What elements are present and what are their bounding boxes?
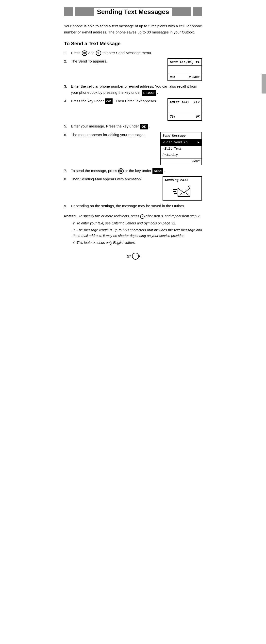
page-num-circle [132,253,139,260]
step-7: 7. To send the message, press ☎ or the k… [64,168,202,174]
note-1-text: 1. To specify two or more recipients, pr… [75,213,202,219]
intro-text: Your phone is able to send a text messag… [64,23,202,36]
section-heading: To Send a Text Message [64,41,202,46]
title-deco-left [64,8,73,16]
page-num-text: 57 [127,254,131,258]
step-8-number: 8. [64,176,71,182]
send-to-screen: Send To: (01) ▼▲ Num P-Book [167,58,202,81]
note-4-text: 4. This feature sends only English lette… [73,240,202,245]
step-7-number: 7. [64,168,71,174]
screen-bottom-right: P-Book [189,75,199,80]
step-2: 2. The Send To appears. Send To: (01) ▼▲… [64,58,202,81]
screen-top: Send To: (01) ▼▲ [168,59,201,66]
note-4-spacer [64,240,73,245]
screen-body [168,66,201,74]
sending-mail-screen: Sending Mail [163,176,202,200]
step-4-content: Press the key under OK . Then Enter Text… [71,98,202,121]
step-4-text: Press the key under OK . Then Enter Text… [71,98,164,104]
step-8: 8. Then Sending Mail appears with animat… [64,176,202,200]
step-5-number: 5. [64,123,71,129]
step-6-number: 6. [64,132,71,138]
step-8-text: Then Sending Mail appears with animation… [71,176,160,182]
note-3-text: 3. The message length is up to 160 chara… [73,228,202,238]
edit-text-label: ✓Edit Text [163,146,182,151]
step-9: 9. Depending on the settings, the messag… [64,203,202,209]
page-title: Sending Text Messages [94,8,172,16]
ok-badge-5: OK [140,124,148,130]
enter-text-bottom: T9⇑ OK [168,114,201,120]
step-1-and: and [88,51,96,55]
step-3-content: Enter the cellular phone number or e-mai… [71,84,202,96]
step-3: 3. Enter the cellular phone number or e-… [64,84,202,96]
sending-mail-body [163,184,201,200]
send-msg-title: Send Message [161,132,201,139]
step-2-number: 2. [64,58,71,64]
page-number-area: 57 [64,253,202,260]
step-1-after: to enter Send Message menu. [102,51,152,55]
ok-badge-4: OK [105,98,113,104]
send-msg-item-2: ✓Edit Text [161,146,201,152]
send-badge-7: Send [152,168,163,174]
screen-top-left: Send To: [170,60,185,65]
notes-header: Notes: 1. To specify two or more recipie… [64,213,202,219]
send-msg-item-1: ✓Edit Send To ► [161,139,201,146]
screen-bottom: Num P-Book [168,74,201,81]
step-1-content: Press ✉ and F► to enter Send Message men… [71,50,202,56]
note-4: 4. This feature sends only English lette… [64,240,202,245]
priority-label: Priority [163,152,178,158]
title-bar: Sending Text Messages [64,8,202,16]
envelope-icon: ✉ [82,50,87,56]
step-8-content: Then Sending Mail appears with animation… [71,176,202,200]
note-2: 2. To enter your text, see Entering Lett… [64,220,202,226]
envelope-animation-icon [172,185,192,198]
edit-send-to-label: ✓Edit Send To [163,140,187,145]
t9-label: T9⇑ [170,115,175,120]
screen-top-right: (01) ▼▲ [186,60,199,65]
note-3: 3. The message length is up to 160 chara… [64,228,202,238]
step-1: 1. Press ✉ and F► to enter Send Message … [64,50,202,56]
enter-text-count: 160 [194,100,199,104]
notes-section: Notes: 1. To specify two or more recipie… [64,213,202,245]
enter-text-label: Enter Text [170,100,189,104]
step-5: 5. Enter your message. Press the key und… [64,123,202,130]
send-call-icon: ☎ [118,168,124,174]
notes-label: Notes: [64,213,75,219]
nav-down-icon: ↓ [140,214,145,219]
screen-bottom-left: Num [170,75,175,80]
step-9-number: 9. [64,203,71,209]
steps-list: 1. Press ✉ and F► to enter Send Message … [64,50,202,209]
enter-text-screen: Enter Text 160 T9⇑ OK [167,98,202,121]
step-4-number: 4. [64,98,71,104]
enter-text-top: Enter Text 160 [168,99,201,105]
title-deco-right [193,8,202,16]
notes-list: Notes: 1. To specify two or more recipie… [64,213,202,245]
step-2-text: The Send To appears. [71,58,164,64]
title-bar-center: Sending Text Messages [75,8,191,16]
ok-label: OK [196,115,199,120]
func-icon: F► [96,50,101,56]
step-7-content: To send the message, press ☎ or the key … [71,168,202,174]
step-6-text: The menu appears for editing your messag… [71,132,157,138]
edit-send-to-arrow: ► [197,140,199,145]
step-6: 6. The menu appears for editing your mes… [64,132,202,165]
sending-mail-title: Sending Mail [163,177,201,183]
step-6-content: The menu appears for editing your messag… [71,132,202,165]
enter-text-body [168,105,201,114]
pbook-badge: P-Book [142,90,156,96]
note-2-text: 2. To enter your text, see Entering Lett… [73,220,202,226]
step-3-number: 3. [64,84,71,89]
send-msg-bottom: Send [161,158,201,165]
step-2-content: The Send To appears. Send To: (01) ▼▲ Nu… [71,58,202,81]
step-1-number: 1. [64,50,71,56]
step-5-content: Enter your message. Press the key under … [71,123,202,130]
note-2-spacer [64,220,73,226]
step-9-content: Depending on the settings, the message m… [71,203,202,209]
note-3-spacer [64,228,73,238]
send-msg-item-3: Priority [161,152,201,158]
step-4: 4. Press the key under OK . Then Enter T… [64,98,202,121]
send-message-screen: Send Message ✓Edit Send To ► ✓Edit Text … [160,132,202,165]
